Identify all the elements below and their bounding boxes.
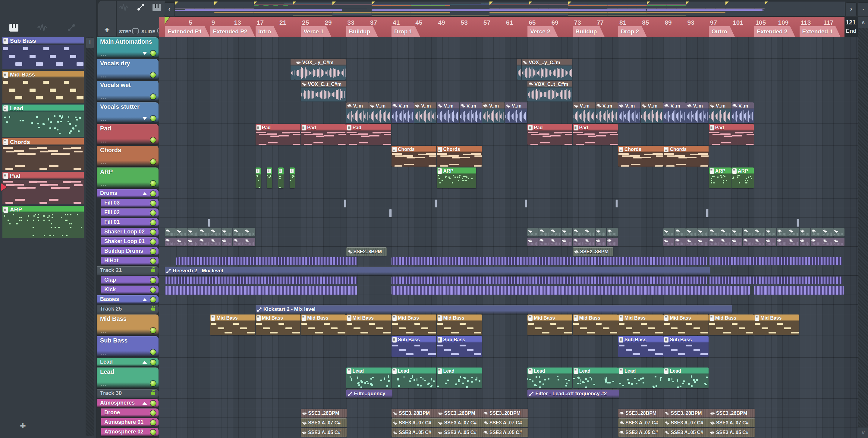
clip-SSE3 A..05 C#[interactable]: SSE3 A..05 C#	[437, 428, 483, 437]
clip-mini[interactable]	[709, 238, 720, 246]
clip-mini[interactable]	[811, 238, 822, 246]
clip-V..m[interactable]: V..m	[437, 102, 459, 123]
track-header-atmospheres[interactable]: Atmospheres	[97, 399, 158, 408]
clip-V..m[interactable]: V..m	[686, 102, 709, 123]
lock-icon[interactable]	[151, 308, 155, 311]
clip-mini[interactable]	[720, 238, 731, 246]
clip-mini[interactable]	[165, 228, 176, 236]
clip-mini[interactable]	[698, 238, 708, 246]
clip-Mid Bass[interactable]: Mid Bass	[301, 314, 346, 335]
clip-stripes[interactable]	[392, 257, 707, 265]
track-mute-led[interactable]	[150, 420, 156, 425]
clip-Sub Bass[interactable]: Sub Bass	[392, 336, 436, 357]
chevron-up-icon[interactable]	[142, 298, 147, 301]
track-lane[interactable]	[159, 218, 858, 228]
track-mute-led[interactable]	[150, 297, 156, 302]
clip-Sub Bass[interactable]: Sub Bass	[437, 336, 482, 357]
clip-sliver[interactable]	[208, 219, 210, 227]
clip-Lead[interactable]: Lead	[437, 368, 482, 388]
clip-mini[interactable]	[811, 228, 822, 236]
clip-Mid Bass[interactable]: Mid Bass	[754, 314, 799, 335]
clip-stripes[interactable]	[709, 276, 842, 284]
section-marker-outro[interactable]: Outro	[709, 26, 735, 37]
clip-mini[interactable]	[561, 228, 572, 236]
clip-Sub Bass[interactable]: Sub Bass	[663, 336, 708, 357]
clip-V..m[interactable]: V..m	[732, 102, 754, 123]
clip-V..m[interactable]: V..m	[369, 102, 391, 123]
track-lane[interactable]	[159, 189, 858, 199]
clip-sliver[interactable]	[797, 219, 799, 227]
clip-mini[interactable]	[561, 238, 572, 246]
clip-mini[interactable]	[743, 238, 754, 246]
track-mute-led[interactable]	[150, 278, 156, 283]
clip-ARP[interactable]: ARP	[709, 167, 731, 188]
track-header-basses[interactable]: Basses	[97, 295, 158, 304]
track-menu-dots[interactable]: ...	[101, 159, 107, 166]
clip-ARP[interactable]: ARP	[437, 167, 476, 188]
track-mute-led[interactable]	[150, 210, 156, 216]
track-mute-led[interactable]	[150, 50, 156, 56]
clip-Pad[interactable]: Pad	[709, 124, 754, 145]
picker-pattern-arp[interactable]: ARP	[2, 206, 84, 238]
track-header-vocals-stutter[interactable]: Vocals stutter...	[97, 102, 158, 124]
clip-V..m[interactable]: V..m	[618, 102, 641, 123]
track-header-fill-01[interactable]: Fill 01	[101, 218, 158, 227]
track-menu-dots[interactable]: ...	[101, 181, 107, 188]
clip-V..m[interactable]: V..m	[573, 102, 595, 123]
clip-mini[interactable]	[550, 238, 561, 246]
clip-pattern[interactable]	[255, 167, 261, 188]
clip-mini[interactable]	[210, 238, 221, 246]
clip-mini[interactable]	[199, 228, 210, 236]
clip-mini[interactable]	[720, 228, 731, 236]
clip-stripes[interactable]	[165, 276, 357, 284]
picker-pattern-mid-bass[interactable]: Mid Bass	[2, 71, 84, 103]
track-mute-led[interactable]	[150, 239, 156, 245]
track-mute-led[interactable]	[150, 116, 156, 121]
clip-stripes[interactable]	[392, 286, 750, 295]
picker-pattern-pad[interactable]: Pad	[2, 172, 84, 204]
clip-SSE3 A..05 C#[interactable]: SSE3 A..05 C#	[392, 428, 438, 437]
clip-mini[interactable]	[539, 228, 550, 236]
clip-SSE3..28BPM[interactable]: SSE3..28BPM	[482, 409, 528, 417]
clip-SSE3 A..05 C#[interactable]: SSE3 A..05 C#	[482, 428, 528, 437]
clip-mini[interactable]	[573, 238, 584, 246]
scroll-left-button[interactable]: ‹	[164, 2, 175, 16]
track-lane[interactable]	[159, 247, 858, 256]
clip-sliver[interactable]	[435, 199, 437, 207]
piano-mode-icon[interactable]	[152, 4, 161, 13]
add-pattern-button[interactable]: +	[102, 25, 112, 35]
clip-mini[interactable]	[584, 238, 595, 246]
clip-mini[interactable]	[165, 238, 176, 246]
clip-Filte..quency[interactable]: Filte..quency	[346, 390, 393, 399]
track-mute-led[interactable]	[150, 137, 156, 143]
track-menu-dots[interactable]: ...	[101, 73, 107, 79]
clip-Mid Bass[interactable]: Mid Bass	[210, 314, 255, 335]
clip-mini[interactable]	[663, 228, 674, 236]
piano-tool-icon[interactable]	[9, 24, 19, 33]
track-header-shaker-loop-01[interactable]: Shaker Loop 01	[101, 237, 158, 246]
clip-mini[interactable]	[800, 228, 810, 236]
clip-mini[interactable]	[732, 228, 742, 236]
clip-SSE3 A..05 C#[interactable]: SSE3 A..05 C#	[301, 428, 347, 437]
track-header-lead[interactable]: Lead...	[97, 368, 158, 389]
clip-SSE3..28BPM[interactable]: SSE3..28BPM	[437, 409, 483, 417]
scroll-down-button[interactable]: v	[858, 427, 868, 438]
track-menu-dots[interactable]: ...	[101, 328, 107, 334]
section-marker-extended-p1[interactable]: Extended P1	[165, 26, 210, 37]
clip-pattern[interactable]	[290, 167, 295, 188]
picker-pattern-sub-bass[interactable]: Sub Bass	[2, 37, 84, 69]
clip-V..m[interactable]: V..m	[460, 102, 482, 123]
track-header-track-25[interactable]: Track 25	[97, 305, 158, 314]
clip-V..m[interactable]: V..m	[505, 102, 527, 123]
track-header-main-automations[interactable]: Main Automations...	[97, 37, 158, 59]
clip-SSE3 A..07 C#[interactable]: SSE3 A..07 C#	[392, 418, 438, 427]
clip-V..m[interactable]: V..m	[663, 102, 686, 123]
section-marker-extended-1[interactable]: Extended 1	[800, 26, 841, 37]
picker-scrollbar[interactable]: I	[86, 37, 94, 436]
clip-mini[interactable]	[176, 238, 187, 246]
track-mute-led[interactable]	[150, 230, 156, 235]
clip-sliver[interactable]	[615, 199, 618, 207]
clip-sliver[interactable]	[706, 209, 708, 217]
waveform-tool-icon[interactable]	[37, 24, 47, 33]
clip-stripes[interactable]	[754, 286, 844, 295]
